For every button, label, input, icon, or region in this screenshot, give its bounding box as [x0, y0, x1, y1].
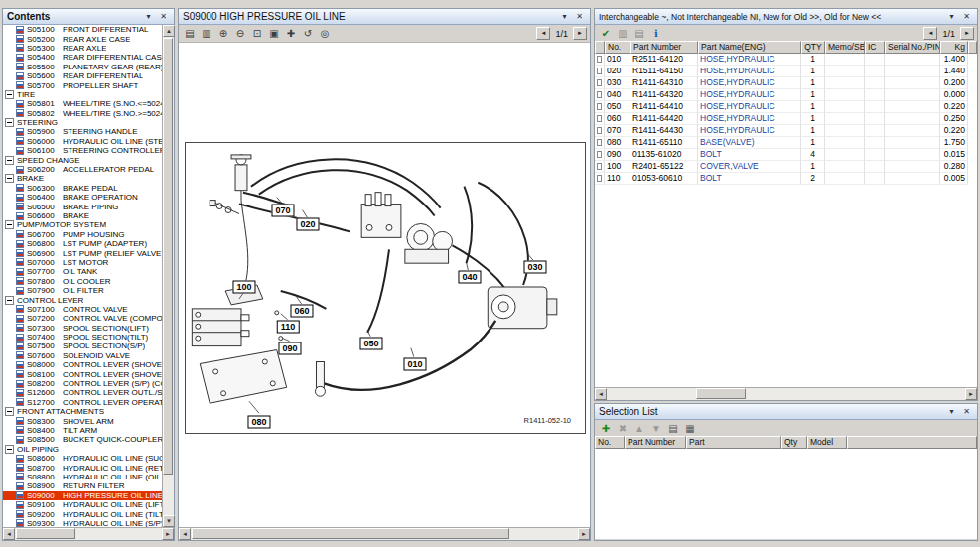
contents-tree-item[interactable]: SPEED CHANGE	[3, 155, 162, 164]
contents-tree-item[interactable]: S05600 REAR DIFFERENTIAL	[3, 71, 162, 80]
contents-tree-item[interactable]: S08100 CONTROL LEVER (SHOVEL) (COMPONENT…	[3, 369, 162, 378]
parts-table-row[interactable]: 110 01053-60610 BOLT 2 0.005	[595, 173, 977, 185]
contents-tree-item[interactable]: S08000 CONTROL LEVER (SHOVEL)	[3, 360, 162, 369]
parts-table-row[interactable]: 070 R1411-64430 HOSE,HYDRAULIC 1 0.220	[595, 125, 977, 137]
contents-tree-item[interactable]: S05900 STEERING HANDLE	[3, 127, 162, 136]
close-icon[interactable]	[960, 11, 973, 23]
column-header[interactable]: Part Number	[630, 41, 698, 54]
pin-icon[interactable]	[142, 11, 155, 23]
contents-tree-item[interactable]: S05700 PROPELLER SHAFT	[3, 80, 162, 89]
contents-tree-item[interactable]: S07600 SOLENOID VALVE	[3, 351, 162, 360]
copy-icon[interactable]: ▥	[199, 26, 214, 41]
contents-tree-item[interactable]: CONTROL LEVER	[3, 295, 162, 304]
scrollbar-track[interactable]	[15, 528, 162, 540]
diagram-horizontal-scrollbar[interactable]	[179, 527, 590, 540]
scrollbar-track[interactable]	[607, 388, 965, 400]
contents-tree-item[interactable]: PUMP/MOTOR SYSTEM	[3, 220, 162, 229]
contents-tree-item[interactable]: S09000 HIGH PRESSURE OIL LINE	[3, 491, 162, 500]
callout-060[interactable]: 060	[290, 305, 313, 318]
contents-tree-item[interactable]: S08300 SHOVEL ARM	[3, 416, 162, 425]
print-icon[interactable]: ▤	[182, 26, 198, 41]
row-select-box[interactable]	[597, 163, 602, 170]
contents-tree-item[interactable]: S09300 HYDRAULIC OIL LINE (S/P)	[3, 519, 162, 527]
contents-tree-item[interactable]: S08800 HYDRAULIC OIL LINE (OIL COOLER)	[3, 473, 162, 481]
contents-tree-item[interactable]: BRAKE	[3, 174, 162, 183]
contents-tree-item[interactable]: S07900 OIL FILTER	[3, 286, 162, 295]
contents-tree-item[interactable]: S05200 REAR AXLE CASE	[3, 34, 162, 43]
row-select-box[interactable]	[597, 103, 602, 110]
column-header[interactable]: Part	[686, 436, 781, 449]
scrollbar-thumb[interactable]	[696, 388, 746, 399]
scroll-right-icon[interactable]	[578, 528, 590, 540]
contents-tree-item[interactable]: S09200 HYDRAULIC OIL LINE (TILT)	[3, 509, 162, 518]
contents-tree-item[interactable]: S08400 TILT ARM	[3, 426, 162, 435]
contents-tree-item[interactable]: S05100 FRONT DIFFERENTIAL	[3, 25, 162, 34]
save-icon[interactable]: ▦	[682, 421, 698, 436]
callout-110[interactable]: 110	[277, 321, 300, 334]
scroll-left-icon[interactable]	[3, 528, 15, 540]
contents-tree-item[interactable]: S08600 HYDRAULIC OIL LINE (SUCTION)	[3, 454, 162, 463]
scroll-left-icon[interactable]	[179, 528, 191, 540]
pin-icon[interactable]	[558, 11, 571, 23]
row-select-box[interactable]	[597, 139, 602, 146]
contents-tree-item[interactable]: FRONT ATTACHMENTS	[3, 407, 162, 416]
parts-table-row[interactable]: 020 R1511-64150 HOSE,HYDRAULIC 1 1.440	[595, 66, 977, 77]
row-select-box[interactable]	[597, 115, 602, 122]
contents-tree-item[interactable]: S08900 RETURN FILTER	[3, 481, 162, 490]
scrollbar-track[interactable]	[163, 37, 174, 515]
scroll-left-icon[interactable]	[595, 388, 607, 400]
column-header[interactable]: IC	[865, 41, 885, 54]
contents-tree-item[interactable]: S08200 CONTROL LEVER (S/P) (COMPONENT)	[3, 379, 162, 388]
copy-icon[interactable]: ▥	[615, 26, 630, 41]
callout-010[interactable]: 010	[403, 358, 426, 371]
contents-tree-item[interactable]: S06900 LST PUMP (RELIEF VALVE)	[3, 248, 162, 257]
info-icon[interactable]: ℹ	[648, 26, 664, 41]
callout-050[interactable]: 050	[359, 338, 382, 350]
contents-tree-item[interactable]: S06400 BRAKE OPERATION	[3, 193, 162, 202]
callout-080[interactable]: 080	[247, 416, 270, 429]
parts-table-row[interactable]: 050 R1411-64410 HOSE,HYDRAULIC 1 0.220	[595, 101, 977, 113]
parts-table-row[interactable]: 040 R1411-64320 HOSE,HYDRAULIC 1 0.000	[595, 89, 977, 101]
prev-page-icon[interactable]	[923, 27, 937, 40]
contents-tree-item[interactable]: S07300 SPOOL SECTION(LIFT)	[3, 324, 162, 333]
next-page-icon[interactable]	[960, 27, 974, 40]
row-select-box[interactable]	[597, 127, 602, 134]
callout-100[interactable]: 100	[232, 281, 255, 294]
contents-horizontal-scrollbar[interactable]	[3, 527, 174, 540]
column-header[interactable]: Memo/SB	[825, 41, 865, 54]
contents-tree-item[interactable]: S07100 CONTROL VALVE	[3, 305, 162, 314]
zoom-in-icon[interactable]: ⊕	[215, 26, 231, 41]
contents-tree-item[interactable]: S05802 WHEEL/TIRE (S.NO.>=50244)	[3, 109, 162, 118]
next-page-icon[interactable]	[573, 27, 587, 40]
scrollbar-thumb[interactable]	[16, 528, 75, 539]
pin-icon[interactable]	[945, 11, 958, 23]
column-header[interactable]: QTY	[801, 41, 825, 54]
scroll-right-icon[interactable]	[162, 528, 174, 540]
scroll-down-icon[interactable]	[163, 515, 175, 527]
callout-040[interactable]: 040	[458, 271, 481, 284]
row-select-box[interactable]	[597, 79, 602, 86]
parts-table-row[interactable]: 060 R1411-64420 HOSE,HYDRAULIC 1 0.250	[595, 113, 977, 125]
contents-tree-item[interactable]: S07400 SPOOL SECTION(TILT)	[3, 333, 162, 342]
parts-table-row[interactable]: 090 01135-61020 BOLT 4 0.015	[595, 149, 977, 161]
parts-table-row[interactable]: 030 R1411-64310 HOSE,HYDRAULIC 1 0.200	[595, 77, 977, 89]
scrollbar-thumb[interactable]	[192, 528, 509, 539]
row-select-box[interactable]	[597, 91, 602, 98]
contents-tree-item[interactable]: TIRE	[3, 90, 162, 99]
contents-tree-item[interactable]: S08500 BUCKET QUICK-COUPLER	[3, 435, 162, 444]
column-header[interactable]: No.	[595, 436, 625, 449]
contents-tree-item[interactable]: S07700 OIL TANK	[3, 267, 162, 276]
parts-horizontal-scrollbar[interactable]	[595, 387, 977, 400]
contents-tree-item[interactable]: S06600 BRAKE	[3, 211, 162, 220]
pan-icon[interactable]: ✚	[283, 26, 299, 41]
callout-070[interactable]: 070	[271, 205, 294, 217]
previous-view-icon[interactable]: ↺	[300, 26, 316, 41]
contents-tree-item[interactable]: S07500 SPOOL SECTION(S/P)	[3, 342, 162, 350]
contents-tree-item[interactable]: OIL PIPING	[3, 445, 162, 454]
add-icon[interactable]: ✚	[598, 421, 614, 436]
close-icon[interactable]	[960, 406, 973, 418]
prev-page-icon[interactable]	[536, 27, 550, 40]
callout-020[interactable]: 020	[296, 218, 319, 231]
parts-table-row[interactable]: 010 R2511-64120 HOSE,HYDRAULIC 1 1.400	[595, 54, 977, 66]
contents-tree-item[interactable]: S07800 OIL COOLER	[3, 277, 162, 286]
